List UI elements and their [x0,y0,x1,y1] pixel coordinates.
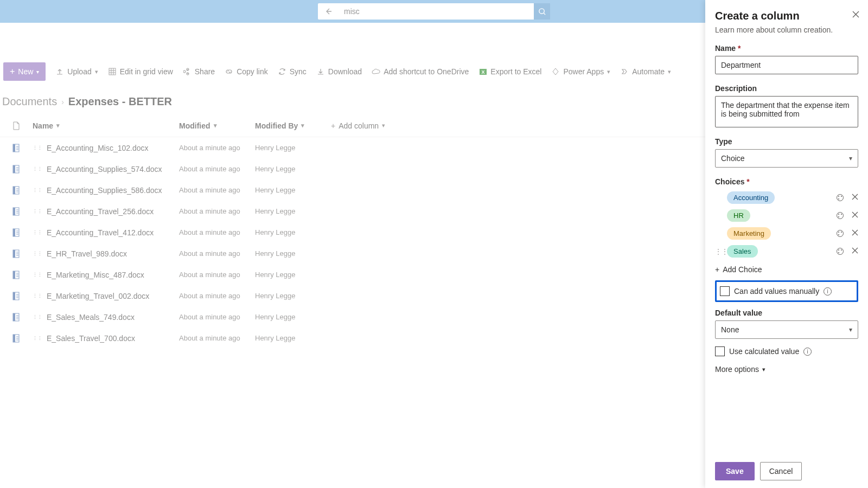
new-button[interactable]: + New ▾ [3,62,46,81]
palette-icon[interactable] [836,229,844,237]
column-type-icon [0,121,33,130]
column-name[interactable]: Name ▾ [33,121,179,130]
description-input[interactable]: The department that the expense item is … [715,96,858,127]
file-modified: About a minute ago [179,292,255,300]
export-excel-button[interactable]: X Export to Excel [478,67,541,76]
type-select[interactable]: Choice ▾ [715,149,858,168]
choice-pill[interactable]: Accounting [727,191,775,204]
choice-pill[interactable]: Sales [727,245,758,258]
sync-icon [278,67,286,76]
remove-choice-icon[interactable] [852,229,858,237]
remove-choice-icon[interactable] [852,194,858,202]
breadcrumb-root[interactable]: Documents [2,95,57,108]
svg-point-32 [837,230,844,237]
file-name[interactable]: ⋮⋮E_Accounting_Travel_256.docx [33,207,179,216]
svg-point-35 [838,234,839,235]
svg-point-39 [838,252,839,253]
default-value-label: Default value [715,309,858,317]
edit-grid-button[interactable]: Edit in grid view [108,67,173,76]
search-container [318,3,550,20]
file-modified-by: Henry Legge [255,334,331,342]
file-modified: About a minute ago [179,313,255,321]
column-modified[interactable]: Modified ▾ [179,121,255,130]
file-name[interactable]: ⋮⋮E_Accounting_Supplies_574.docx [33,165,179,174]
file-name[interactable]: ⋮⋮E_HR_Travel_989.docx [33,249,179,258]
file-icon [0,271,33,279]
choice-pill[interactable]: Marketing [727,227,771,240]
drag-handle-icon[interactable]: ⋮⋮ [715,248,724,255]
default-value-select[interactable]: None ▾ [715,320,858,339]
copy-link-button[interactable]: Copy link [225,67,268,76]
close-button[interactable] [852,11,859,18]
svg-rect-15 [13,250,15,258]
svg-point-31 [838,216,839,217]
choice-row[interactable]: ⋮⋮Sales [715,245,858,258]
panel-footer: Save Cancel [715,454,858,480]
share-button[interactable]: Share [183,67,215,76]
default-value-text: None [721,325,739,334]
chevron-down-icon: ▾ [849,155,852,162]
chevron-down-icon: ▾ [607,68,610,75]
chevron-right-icon: › [61,98,64,106]
add-column-button[interactable]: + Add column ▾ [331,121,401,130]
download-button[interactable]: Download [316,67,362,76]
remove-choice-icon[interactable] [852,211,858,220]
info-icon[interactable]: i [824,287,832,296]
choice-pill[interactable]: HR [727,209,750,222]
svg-point-38 [841,249,842,251]
file-name[interactable]: ⋮⋮E_Marketing_Misc_487.docx [33,271,179,279]
sync-label: Sync [290,67,307,76]
remove-choice-icon[interactable] [852,247,858,255]
power-apps-button[interactable]: Power Apps ▾ [551,67,610,76]
file-icon [0,228,33,237]
onedrive-icon [372,67,380,76]
learn-more-link[interactable]: Learn more about column creation. [715,25,858,34]
column-modified-by[interactable]: Modified By ▾ [255,121,331,130]
palette-icon[interactable] [836,211,844,220]
plus-icon: + [331,121,335,130]
upload-button[interactable]: Upload ▾ [55,67,98,76]
save-button[interactable]: Save [715,462,755,480]
add-choice-button[interactable]: + Add Choice [715,265,858,274]
search-button[interactable] [534,3,550,20]
calculated-value-label: Use calculated value [729,347,799,356]
file-name[interactable]: ⋮⋮E_Marketing_Travel_002.docx [33,292,179,300]
svg-rect-11 [13,208,15,215]
search-back-button[interactable] [318,3,339,20]
chevron-down-icon: ▾ [301,122,304,129]
svg-point-24 [837,195,844,201]
cancel-button[interactable]: Cancel [760,462,802,480]
info-icon[interactable]: i [803,348,812,356]
powerapps-icon [551,67,560,76]
choice-row[interactable]: ⋮⋮HR [715,209,858,222]
file-name[interactable]: ⋮⋮E_Accounting_Supplies_586.docx [33,186,179,195]
choice-row[interactable]: ⋮⋮Accounting [715,191,858,204]
svg-point-37 [838,249,839,251]
search-input[interactable] [339,3,534,20]
calculated-value-checkbox[interactable] [715,346,725,356]
file-name[interactable]: ⋮⋮E_Sales_Meals_749.docx [33,313,179,322]
file-modified-by: Henry Legge [255,144,331,152]
palette-icon[interactable] [836,194,844,202]
highlighted-option: Can add values manually i [715,280,858,302]
automate-button[interactable]: Automate ▾ [620,67,671,76]
name-input[interactable] [715,56,858,74]
palette-icon[interactable] [836,247,844,255]
more-options-toggle[interactable]: More options ▾ [715,365,858,374]
manual-values-checkbox[interactable] [720,286,730,296]
column-modified-label: Modified [179,121,210,130]
file-modified-by: Henry Legge [255,313,331,321]
file-name[interactable]: ⋮⋮E_Accounting_Misc_102.docx [33,144,179,152]
add-shortcut-button[interactable]: Add shortcut to OneDrive [372,67,469,76]
file-modified: About a minute ago [179,207,255,215]
svg-rect-5 [13,144,15,152]
file-icon [0,144,33,152]
column-modified-by-label: Modified By [255,121,298,130]
sync-button[interactable]: Sync [278,67,307,76]
file-name[interactable]: ⋮⋮E_Sales_Travel_700.docx [33,334,179,343]
upload-icon [55,67,64,76]
chevron-down-icon: ▾ [382,122,385,129]
file-icon [0,186,33,195]
choice-row[interactable]: ⋮⋮Marketing [715,227,858,240]
file-name[interactable]: ⋮⋮E_Accounting_Travel_412.docx [33,228,179,237]
